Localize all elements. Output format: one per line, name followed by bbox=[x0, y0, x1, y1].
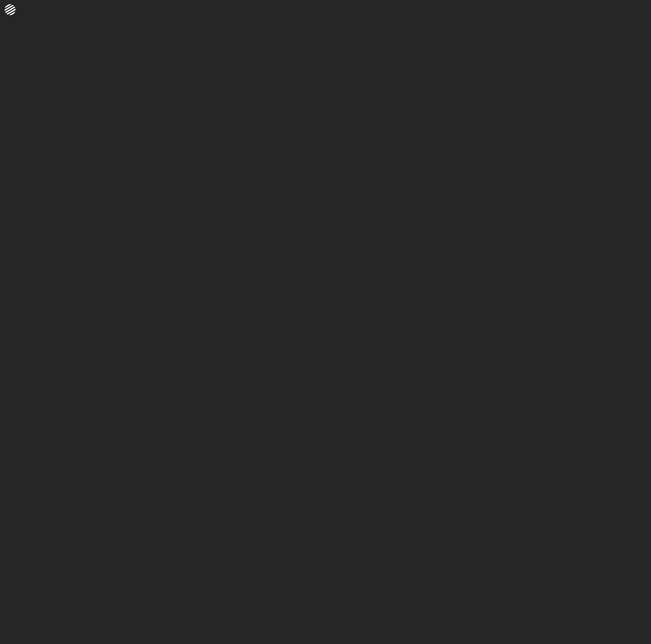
gfz-globe-icon bbox=[5, 4, 16, 15]
colorbar-min-label bbox=[153, 8, 174, 16]
power-colorbar bbox=[179, 8, 494, 16]
spectrogram-page bbox=[0, 0, 651, 644]
footer-bar bbox=[0, 636, 651, 644]
gfz-logo bbox=[5, 4, 24, 15]
spectrogram-canvas bbox=[17, 25, 651, 636]
